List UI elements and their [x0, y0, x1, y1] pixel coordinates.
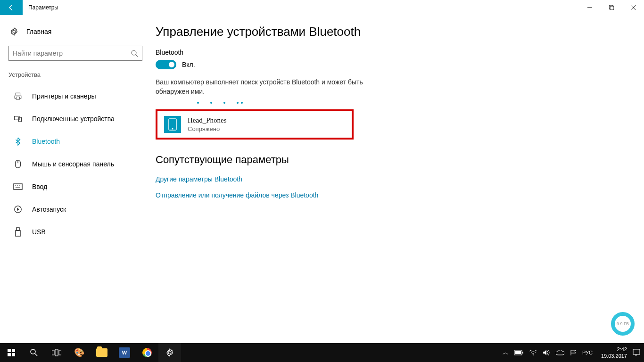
progress-indicator	[197, 102, 639, 104]
taskbar-word[interactable]: W	[113, 343, 136, 362]
taskbar-explorer[interactable]	[91, 343, 113, 362]
svg-point-20	[172, 128, 173, 130]
sidebar-item-connected[interactable]: Подключенные устройства	[5, 107, 151, 130]
paint-icon: 🎨	[74, 347, 84, 358]
taskbar-search[interactable]	[23, 343, 45, 362]
bluetooth-label: Bluetooth	[156, 49, 639, 56]
sidebar-item-mouse[interactable]: Мышь и сенсорная панель	[5, 153, 151, 175]
minimize-button[interactable]	[579, 0, 601, 15]
bluetooth-description: Ваш компьютер выполняет поиск устройств …	[156, 78, 363, 96]
task-view-icon	[52, 349, 61, 356]
sidebar-home[interactable]: Главная	[5, 22, 151, 41]
device-status: Сопряжено	[188, 125, 227, 132]
sidebar-item-label: Bluetooth	[32, 138, 60, 145]
svg-rect-27	[52, 350, 54, 355]
svg-rect-29	[59, 350, 61, 355]
start-button[interactable]	[0, 343, 23, 362]
gear-icon	[165, 348, 174, 357]
sidebar-home-label: Главная	[26, 28, 51, 35]
main-content: Управление устройствами Bluetooth Blueto…	[156, 15, 644, 343]
storage-label: 9.9 ГБ	[617, 321, 629, 326]
wifi-icon[interactable]	[529, 350, 537, 355]
search-box[interactable]	[8, 46, 142, 61]
phone-icon	[164, 116, 181, 133]
titlebar: Параметры	[0, 0, 644, 15]
minimize-icon	[587, 5, 592, 10]
back-button[interactable]	[0, 0, 23, 15]
search-icon	[131, 49, 138, 57]
sidebar-item-label: Мышь и сенсорная панель	[32, 160, 114, 168]
svg-rect-2	[610, 6, 614, 10]
folder-icon	[96, 348, 107, 357]
maximize-button[interactable]	[601, 0, 622, 15]
autoplay-icon	[13, 205, 23, 214]
close-icon	[631, 5, 636, 10]
sidebar-item-typing[interactable]: Ввод	[5, 175, 151, 198]
windows-icon	[8, 349, 15, 356]
language-indicator[interactable]: РУС	[582, 350, 593, 355]
svg-rect-34	[633, 349, 640, 354]
svg-point-25	[31, 349, 35, 354]
sidebar-item-label: USB	[32, 228, 46, 236]
svg-line-26	[35, 354, 37, 356]
sidebar-item-autoplay[interactable]: Автозапуск	[5, 198, 151, 221]
clock-time: 2:42	[601, 346, 627, 353]
link-more-bluetooth[interactable]: Другие параметры Bluetooth	[156, 175, 639, 183]
bluetooth-icon	[13, 137, 23, 146]
clock-date: 19.03.2017	[601, 353, 627, 359]
search-input[interactable]	[13, 49, 131, 57]
taskbar-clock[interactable]: 2:42 19.03.2017	[601, 346, 627, 360]
taskbar-settings[interactable]	[158, 343, 181, 362]
arrow-left-icon	[8, 4, 15, 11]
taskbar-chrome[interactable]	[136, 343, 158, 362]
bluetooth-toggle[interactable]	[156, 60, 176, 69]
close-button[interactable]	[622, 0, 644, 15]
sidebar-item-bluetooth[interactable]: Bluetooth	[5, 130, 151, 153]
word-icon: W	[119, 347, 130, 358]
action-center-icon[interactable]	[633, 349, 640, 356]
sidebar-section-label: Устройства	[8, 71, 151, 78]
toggle-state-label: Вкл.	[182, 61, 195, 68]
svg-rect-22	[12, 349, 15, 352]
svg-rect-31	[522, 352, 523, 354]
taskbar: 🎨 W ︿ РУС 2:42 19.03.2017	[0, 343, 644, 362]
sidebar-item-label: Ввод	[32, 183, 47, 190]
svg-rect-18	[16, 230, 20, 236]
svg-rect-28	[55, 349, 58, 356]
printer-icon	[13, 92, 23, 100]
chrome-icon	[142, 348, 152, 357]
svg-rect-32	[515, 351, 521, 354]
battery-icon[interactable]	[514, 350, 524, 355]
toggle-knob	[169, 62, 174, 67]
svg-line-6	[136, 55, 138, 57]
usb-icon	[13, 227, 23, 237]
storage-indicator[interactable]: 9.9 ГБ	[611, 312, 635, 336]
sidebar-item-label: Автозапуск	[32, 206, 66, 213]
search-icon	[30, 348, 38, 357]
volume-icon[interactable]	[543, 349, 550, 356]
svg-rect-11	[14, 184, 22, 189]
gear-icon	[9, 27, 19, 36]
window-title: Параметры	[28, 4, 58, 11]
sidebar-item-label: Подключенные устройства	[32, 115, 115, 123]
sidebar: Главная Устройства Принтеры и сканеры По…	[0, 15, 156, 343]
svg-rect-8	[19, 117, 22, 122]
system-tray: ︿ РУС 2:42 19.03.2017	[503, 346, 644, 360]
device-name: Head_Phones	[188, 116, 227, 124]
task-view-button[interactable]	[45, 343, 68, 362]
onedrive-icon[interactable]	[556, 350, 564, 355]
link-send-receive-files[interactable]: Отправление или получение файлов через B…	[156, 191, 639, 199]
sidebar-item-printers[interactable]: Принтеры и сканеры	[5, 85, 151, 107]
svg-rect-23	[8, 353, 11, 356]
tray-chevron-icon[interactable]: ︿	[503, 348, 509, 357]
mouse-icon	[13, 160, 23, 168]
related-settings-title: Сопутствующие параметры	[156, 154, 639, 166]
maximize-icon	[609, 5, 614, 10]
page-title: Управление устройствами Bluetooth	[156, 25, 639, 39]
device-item[interactable]: Head_Phones Сопряжено	[156, 109, 354, 140]
svg-rect-24	[12, 353, 15, 356]
taskbar-paint[interactable]: 🎨	[68, 343, 91, 362]
svg-rect-21	[8, 349, 11, 352]
flag-icon[interactable]	[570, 349, 577, 356]
sidebar-item-usb[interactable]: USB	[5, 221, 151, 243]
